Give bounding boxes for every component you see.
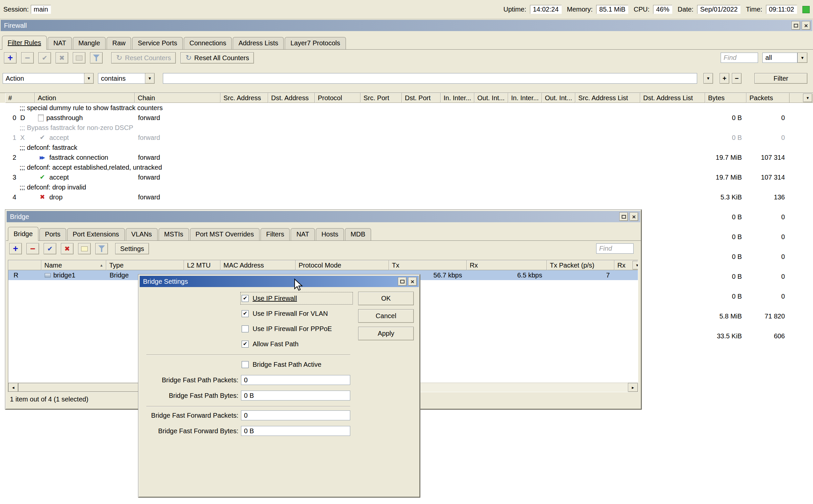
bridge-tab-mdb[interactable]: MDB (345, 228, 371, 240)
column-header-tx-packet-p-s[interactable]: Tx Packet (p/s) (547, 260, 615, 270)
column-header-out-int[interactable]: Out. Int... (542, 93, 575, 103)
firewall-rule-row[interactable]: 3✔acceptforward19.7 MiB107 314 (0, 172, 813, 182)
column-header-flags[interactable] (8, 260, 41, 270)
find-input[interactable] (596, 243, 634, 254)
column-header-bytes[interactable]: Bytes (705, 93, 747, 103)
column-header-src-address[interactable]: Src. Address (221, 93, 268, 103)
scope-dropdown[interactable]: all (762, 53, 797, 63)
firewall-tab-address-lists[interactable]: Address Lists (233, 37, 284, 49)
filter-button[interactable]: Filter (754, 73, 807, 84)
comment-row[interactable]: ;;; defconf: drop invalid (0, 182, 813, 192)
find-input[interactable] (721, 53, 758, 63)
bridge-tab-filters[interactable]: Filters (261, 228, 290, 240)
checkbox-bridge-fast-path-active[interactable]: Bridge Fast Path Active (242, 359, 352, 369)
column-header-action[interactable]: Action (35, 93, 135, 103)
scroll-right-button[interactable]: ► (628, 383, 638, 392)
column-header-dst-port[interactable]: Dst. Port (402, 93, 441, 103)
firewall-rule-row[interactable]: 0Dpassthroughforward0 B0 (0, 113, 813, 123)
column-select-button[interactable]: ▼ (633, 261, 638, 270)
add-button[interactable]: + (9, 243, 22, 254)
firewall-rule-row[interactable]: 2▶▶fasttrack connectionforward19.7 MiB10… (0, 152, 813, 162)
column-header-rx[interactable]: Rx▼ (615, 260, 638, 270)
close-button[interactable]: × (802, 21, 810, 30)
filter-operator-dropdown[interactable]: contains (98, 73, 145, 84)
settings-button[interactable]: Settings (115, 243, 149, 254)
bridge-fast-path-packets-input[interactable] (241, 375, 350, 385)
maximize-button[interactable] (398, 277, 406, 286)
enable-button[interactable]: ✔ (44, 243, 56, 254)
column-header-rx[interactable]: Rx (467, 260, 547, 270)
bridge-tab-mstis[interactable]: MSTIs (158, 228, 189, 240)
comment-row[interactable]: ;;; special dummy rule to show fasttrack… (0, 103, 813, 113)
cancel-button[interactable]: Cancel (358, 309, 414, 323)
column-header-tx[interactable]: Tx (389, 260, 467, 270)
scrollbar-track[interactable] (408, 383, 628, 392)
remove-filter-button[interactable]: − (732, 73, 742, 84)
close-button[interactable]: × (408, 277, 417, 286)
firewall-tab-nat[interactable]: NAT (48, 37, 72, 49)
filter-button[interactable] (95, 243, 108, 254)
bridge-tab-port-extensions[interactable]: Port Extensions (67, 228, 125, 240)
comment-button[interactable] (78, 243, 91, 254)
filter-field-dropdown[interactable]: Action (3, 73, 84, 84)
column-select-button[interactable]: ▼ (803, 94, 812, 102)
bridge-tab-bridge[interactable]: Bridge (8, 227, 38, 241)
reset-counters-button[interactable]: ↻ Reset Counters (111, 52, 176, 63)
column-header-dst-address[interactable]: Dst. Address (268, 93, 315, 103)
remove-button[interactable]: − (26, 243, 39, 254)
apply-button[interactable]: Apply (358, 327, 414, 340)
checkbox-use-ip-firewall-for-vlan[interactable]: ✔Use IP Firewall For VLAN (242, 309, 352, 318)
firewall-rule-row[interactable]: 1X✔acceptforward0 B0 (0, 133, 813, 143)
filter-operator-arrow[interactable]: ▼ (145, 73, 154, 84)
firewall-titlebar[interactable]: Firewall × (1, 20, 812, 31)
filter-value-input[interactable] (163, 73, 697, 84)
scope-dropdown-arrow[interactable]: ▼ (797, 53, 807, 63)
column-header-src-port[interactable]: Src. Port (361, 93, 402, 103)
disable-button[interactable]: ✖ (56, 52, 68, 63)
firewall-rule-row[interactable]: 4✖dropforward5.3 KiB136 (0, 192, 813, 202)
restore-button[interactable] (792, 21, 800, 30)
firewall-tab-mangle[interactable]: Mangle (73, 37, 106, 49)
bridge-tab-hosts[interactable]: Hosts (316, 228, 344, 240)
bridge-tab-port-mst-overrides[interactable]: Port MST Overrides (190, 228, 260, 240)
column-header-chain[interactable]: Chain (135, 93, 221, 103)
column-header-blank[interactable]: # (5, 93, 35, 103)
column-header-l2-mtu[interactable]: L2 MTU (184, 260, 221, 270)
session-value[interactable]: main (31, 5, 51, 14)
dialog-titlebar[interactable]: Bridge Settings × (140, 276, 419, 287)
filter-field-arrow[interactable]: ▼ (84, 73, 94, 84)
column-header-in-inter[interactable]: In. Inter... (508, 93, 542, 103)
firewall-tab-layer7-protocols[interactable]: Layer7 Protocols (285, 37, 346, 49)
comment-row[interactable]: ;;; defconf: fasttrack (0, 143, 813, 152)
bridge-fast-path-bytes-input[interactable] (241, 391, 350, 400)
column-header-dst-address-list[interactable]: Dst. Address List (640, 93, 705, 103)
checkbox-use-ip-firewall-for-pppoe[interactable]: Use IP Firewall For PPPoE (242, 324, 352, 334)
column-header-packets[interactable]: Packets (747, 93, 790, 103)
column-header-type[interactable]: Type (106, 260, 184, 270)
firewall-tab-connections[interactable]: Connections (184, 37, 232, 49)
column-header-name[interactable]: Name▲ (41, 260, 106, 270)
ok-button[interactable]: OK (358, 292, 414, 305)
add-filter-button[interactable]: + (720, 73, 729, 84)
comment-row[interactable]: ;;; Bypass fasttrack for non-zero DSCP (0, 123, 813, 133)
comment-button[interactable] (73, 52, 85, 63)
column-header-mac-address[interactable]: MAC Address (221, 260, 296, 270)
comment-row[interactable]: ;;; defconf: accept established,related,… (0, 162, 813, 172)
column-header-src-address-list[interactable]: Src. Address List (575, 93, 640, 103)
bridge-tab-vlans[interactable]: VLANs (126, 228, 157, 240)
bridge-fast-forward-bytes-input[interactable] (241, 426, 350, 436)
bridge-titlebar[interactable]: Bridge × (7, 211, 640, 222)
checkbox-allow-fast-path[interactable]: ✔Allow Fast Path (242, 339, 352, 349)
filter-button[interactable] (90, 52, 103, 63)
remove-button[interactable]: − (21, 52, 34, 63)
firewall-tab-raw[interactable]: Raw (107, 37, 131, 49)
close-button[interactable]: × (630, 212, 638, 221)
enable-button[interactable]: ✔ (38, 52, 51, 63)
filter-dropdown-arrow[interactable]: ▼ (704, 73, 713, 84)
bridge-tab-nat[interactable]: NAT (291, 228, 315, 240)
disable-button[interactable]: ✖ (61, 243, 73, 254)
maximize-button[interactable] (620, 212, 628, 221)
add-button[interactable]: + (4, 52, 17, 63)
firewall-tab-filter-rules[interactable]: Filter Rules (2, 36, 47, 50)
bridge-fast-forward-packets-input[interactable] (241, 410, 350, 420)
